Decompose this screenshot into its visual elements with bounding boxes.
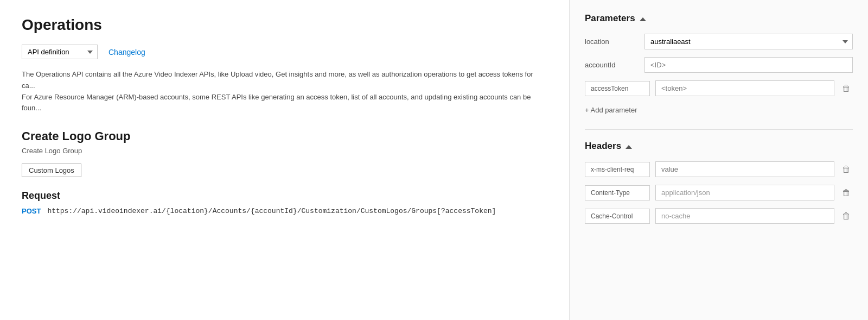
header-delete-cache-control-icon[interactable]: 🗑 [840, 209, 853, 223]
parameters-collapse-icon[interactable] [640, 17, 646, 21]
access-token-delete-icon[interactable]: 🗑 [840, 81, 853, 96]
header-value-xms[interactable] [655, 161, 834, 177]
header-key-cache-control: Cache-Control [585, 209, 650, 224]
section-subtitle: Create Logo Group [22, 147, 547, 155]
headers-section-title: Headers [585, 141, 853, 152]
toolbar: API definition Changelog [22, 45, 547, 59]
page-title: Operations [22, 16, 547, 34]
header-row-content-type: Content-Type 🗑 [585, 185, 853, 200]
header-key-xms: x-ms-client-req [585, 162, 650, 177]
left-panel: Operations API definition Changelog The … [0, 0, 570, 320]
headers-collapse-icon[interactable] [626, 145, 632, 149]
location-param-row: location australiaeast eastus westus eas… [585, 34, 853, 49]
header-value-content-type[interactable] [655, 185, 834, 200]
description-text: The Operations API contains all the Azur… [22, 69, 537, 114]
request-url-text: https://api.videoindexer.ai/{location}/A… [47, 207, 496, 215]
tag-badge[interactable]: Custom Logos [22, 164, 81, 177]
access-token-row: accessToken 🗑 [585, 80, 853, 96]
parameters-section-title: Parameters [585, 13, 853, 24]
api-definition-select[interactable]: API definition [22, 45, 98, 59]
location-label: location [585, 37, 639, 46]
header-row-cache-control: Cache-Control 🗑 [585, 208, 853, 224]
request-url-row: POST https://api.videoindexer.ai/{locati… [22, 207, 547, 215]
changelog-link[interactable]: Changelog [108, 48, 145, 57]
access-token-key-box: accessToken [585, 81, 650, 96]
accountid-input[interactable] [644, 57, 853, 73]
http-method-badge: POST [22, 207, 41, 215]
request-title: Request [22, 190, 547, 202]
location-select[interactable]: australiaeast eastus westus eastasia wes… [644, 34, 853, 49]
accountid-label: accountId [585, 61, 639, 69]
section-title: Create Logo Group [22, 129, 547, 143]
access-token-input[interactable] [655, 80, 834, 96]
add-parameter-button[interactable]: + Add parameter [585, 104, 637, 116]
header-delete-xms-icon[interactable]: 🗑 [840, 162, 853, 177]
accountid-param-row: accountId [585, 57, 853, 73]
header-row-xms: x-ms-client-req 🗑 [585, 161, 853, 177]
header-key-content-type: Content-Type [585, 185, 650, 200]
section-divider [585, 129, 853, 130]
right-panel: Parameters location australiaeast eastus… [570, 0, 868, 320]
header-delete-content-type-icon[interactable]: 🗑 [840, 186, 853, 200]
header-value-cache-control[interactable] [655, 208, 834, 224]
